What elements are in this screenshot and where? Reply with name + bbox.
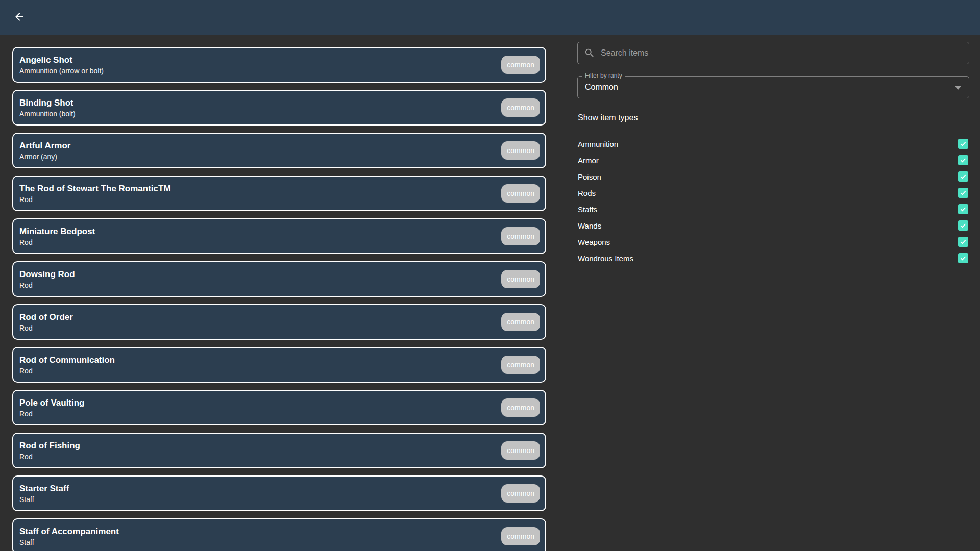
caret-down-icon — [955, 86, 961, 90]
item-type-row: Wands — [577, 217, 969, 234]
divider — [577, 130, 969, 130]
item-card[interactable]: Rod of OrderRod common — [12, 304, 546, 340]
checkbox-staffs[interactable] — [958, 204, 968, 214]
item-list: Angelic ShotAmmunition (arrow or bolt) c… — [12, 47, 546, 551]
item-card[interactable]: Staff of AccompanimentStaff common — [12, 518, 546, 551]
item-type-row: Weapons — [577, 234, 969, 250]
item-type: Rod — [19, 195, 171, 204]
item-type-row: Staffs — [577, 201, 969, 217]
item-name: Rod of Order — [19, 312, 73, 322]
app-bar — [0, 0, 980, 35]
item-name: Artful Armor — [19, 141, 70, 151]
item-type: Staff — [19, 495, 69, 504]
item-type: Armor (any) — [19, 153, 70, 161]
check-icon — [960, 173, 967, 180]
checkbox-rods[interactable] — [958, 188, 968, 198]
item-card[interactable]: Starter StaffStaff common — [12, 475, 546, 511]
item-type: Rod — [19, 281, 75, 289]
checkbox-poison[interactable] — [958, 171, 968, 182]
item-card[interactable]: Miniature BedpostRod common — [12, 218, 546, 254]
item-type-label: Wands — [578, 221, 601, 230]
rarity-select-label: Filter by rarity — [582, 72, 625, 79]
checkbox-armor[interactable] — [958, 155, 968, 165]
rarity-badge: common — [501, 141, 540, 160]
checkbox-ammunition[interactable] — [958, 139, 968, 149]
item-name: Dowsing Rod — [19, 269, 75, 280]
item-type-row: Rods — [577, 185, 969, 201]
check-icon — [960, 255, 967, 262]
item-card[interactable]: Artful ArmorArmor (any) common — [12, 133, 546, 168]
checkbox-weapons[interactable] — [958, 237, 968, 247]
filter-panel: Filter by rarity Common Show item types … — [577, 42, 969, 266]
rarity-badge: common — [501, 527, 540, 545]
check-icon — [960, 140, 967, 147]
check-icon — [960, 238, 967, 245]
item-type-row: Wondrous Items — [577, 250, 969, 266]
item-type: Rod — [19, 367, 115, 375]
back-button[interactable] — [8, 7, 31, 29]
check-icon — [960, 206, 967, 213]
rarity-badge: common — [501, 484, 540, 503]
item-type-label: Staffs — [578, 205, 597, 214]
item-name: Pole of Vaulting — [19, 398, 85, 408]
search-input[interactable] — [601, 48, 963, 58]
rarity-badge: common — [501, 270, 540, 288]
search-icon — [584, 47, 595, 59]
rarity-select[interactable]: Filter by rarity Common — [577, 76, 969, 98]
rarity-badge: common — [501, 227, 540, 245]
search-box — [577, 42, 969, 64]
item-type-row: Ammunition — [577, 136, 969, 152]
item-type-label: Armor — [578, 156, 599, 165]
item-type-label: Weapons — [578, 238, 610, 246]
item-type: Staff — [19, 538, 119, 546]
item-type: Ammunition (arrow or bolt) — [19, 67, 104, 75]
item-type: Ammunition (bolt) — [19, 110, 76, 118]
item-type: Rod — [19, 410, 85, 418]
item-card[interactable]: Rod of CommunicationRod common — [12, 347, 546, 383]
check-icon — [960, 157, 967, 164]
item-type-row: Armor — [577, 152, 969, 168]
rarity-badge: common — [501, 398, 540, 417]
item-type: Rod — [19, 453, 80, 461]
item-card[interactable]: Dowsing RodRod common — [12, 261, 546, 297]
rarity-badge: common — [501, 441, 540, 460]
check-icon — [960, 189, 967, 196]
item-type-label: Ammunition — [578, 140, 618, 148]
rarity-select-value: Common — [585, 83, 618, 92]
item-card[interactable]: Pole of VaultingRod common — [12, 390, 546, 425]
item-name: Angelic Shot — [19, 55, 104, 65]
item-type-label: Rods — [578, 189, 596, 197]
item-card[interactable]: Rod of FishingRod common — [12, 433, 546, 468]
item-name: Rod of Communication — [19, 355, 115, 365]
check-icon — [960, 222, 967, 229]
checkbox-wondrous-items[interactable] — [958, 253, 968, 263]
item-name: The Rod of Stewart The RomanticTM — [19, 184, 171, 194]
arrow-left-icon — [13, 11, 26, 24]
rarity-badge: common — [501, 356, 540, 374]
item-types-header: Show item types — [577, 113, 969, 122]
item-type-label: Poison — [578, 172, 601, 181]
item-card[interactable]: Angelic ShotAmmunition (arrow or bolt) c… — [12, 47, 546, 83]
item-type-row: Poison — [577, 168, 969, 185]
item-name: Rod of Fishing — [19, 441, 80, 451]
item-types-list: Ammunition Armor Poison Rods Staffs — [577, 136, 969, 266]
checkbox-wands[interactable] — [958, 220, 968, 231]
item-name: Starter Staff — [19, 484, 69, 494]
rarity-badge: common — [501, 184, 540, 203]
item-card[interactable]: The Rod of Stewart The RomanticTMRod com… — [12, 176, 546, 211]
item-card[interactable]: Binding ShotAmmunition (bolt) common — [12, 90, 546, 126]
item-type: Rod — [19, 238, 95, 246]
item-name: Miniature Bedpost — [19, 227, 95, 237]
rarity-badge: common — [501, 313, 540, 331]
item-name: Binding Shot — [19, 98, 76, 108]
rarity-badge: common — [501, 56, 540, 74]
rarity-badge: common — [501, 98, 540, 117]
item-name: Staff of Accompaniment — [19, 527, 119, 537]
item-type: Rod — [19, 324, 73, 332]
item-type-label: Wondrous Items — [578, 254, 633, 263]
